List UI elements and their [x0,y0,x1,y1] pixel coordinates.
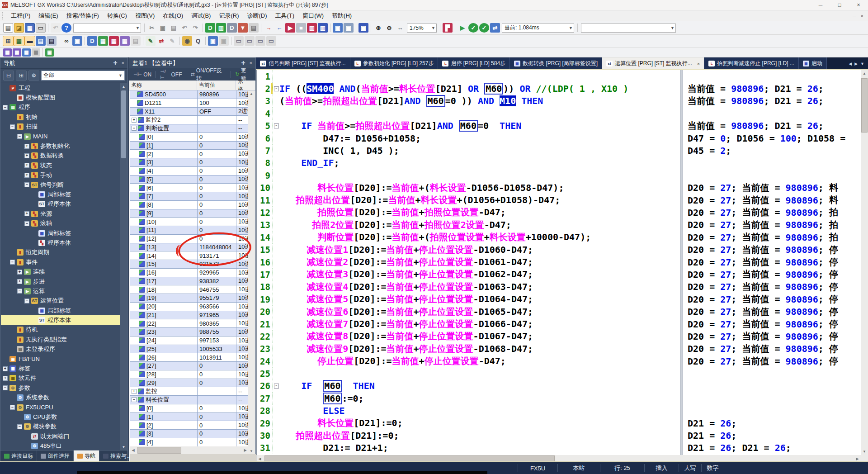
watch-name-cell[interactable]: X11 [130,108,198,116]
tree-item-程序本体[interactable]: ▚程序本体 [1,238,120,247]
infomon-window-icon[interactable]: ▤ [36,36,46,46]
watch-current-value[interactable]: 946755 [198,285,236,294]
watch-current-value[interactable] [198,387,236,396]
find-window-icon[interactable]: ▣ [72,36,82,46]
tree-item-485串口[interactable]: ⚙485串口 [1,441,120,450]
scroll-left-icon[interactable]: ◀ [130,448,137,452]
watch-name-cell[interactable]: [25] [130,345,198,354]
watch-current-value[interactable]: 0 [198,133,236,142]
scroll-thumb[interactable] [861,78,868,133]
watch-current-value[interactable]: 0 [198,379,236,388]
tree-item-程序本体[interactable]: ST程序本体 [1,315,120,325]
zoom-out-icon[interactable]: ⊖ [384,23,394,33]
watch-display-format[interactable]: 10进制 [236,175,249,184]
expand-icon[interactable]: + [17,270,22,275]
undo-disabled-icon[interactable]: ↶ [51,23,61,33]
zoom-combo[interactable]: 175%▼ [407,24,437,33]
watch-row[interactable]: X11OFF2进制 [130,108,249,116]
watch-display-format[interactable]: 10进制 [236,294,249,303]
watch-row[interactable]: D121110010进制 [130,99,249,108]
tree-item-工程[interactable]: P工程 [1,83,120,93]
tab-close-icon[interactable]: × [697,61,700,66]
docwin-4-icon[interactable]: ▭ [266,36,276,46]
scroll-right-icon[interactable]: ▶ [242,448,249,452]
watch-display-format[interactable]: -- [236,396,249,404]
watch-current-value[interactable]: 0 [198,167,236,175]
watch-current-value[interactable]: 955179 [198,294,236,303]
watch-row[interactable]: [4]010进制 [130,438,249,447]
watch-row[interactable]: [14]91317110进制 [130,251,249,260]
menu-item-搜索/替换(F)[interactable]: 搜索/替换(F) [62,10,103,21]
output-window-icon[interactable]: ▤ [47,36,57,46]
device-find-icon[interactable]: Q [193,36,203,46]
watch-name-cell[interactable]: [2] [130,421,198,430]
watch-current-value[interactable]: 0 [198,184,236,192]
tree-item-待机[interactable]: ▮待机 [1,325,120,335]
collapse-icon[interactable]: − [132,126,137,131]
watch-name-cell[interactable]: [3] [130,158,198,167]
watch-row[interactable]: [20]96356610进制 [130,303,249,311]
expand-icon[interactable]: + [3,366,8,371]
watch-row[interactable]: +监控-- [130,387,249,396]
watch-name-cell[interactable]: [8] [130,201,198,209]
doc-disabled-icon[interactable]: ▤ [131,36,141,46]
collapse-icon[interactable]: − [24,221,29,226]
save-icon[interactable]: ▦ [25,23,35,33]
watch-display-format[interactable]: -- [236,116,249,124]
watch-display-format[interactable]: 10进制 [236,133,249,142]
menu-item-编辑(E)[interactable]: 编辑(E) [34,10,62,21]
watch-row[interactable]: [13]118404800410进制 [130,243,249,252]
watch-current-value[interactable]: 0 [198,150,236,158]
collapse-icon[interactable]: − [10,260,15,265]
menu-item-帮助(H)[interactable]: 帮助(H) [328,10,356,21]
tree-item-信号判断[interactable]: −ST信号判断 [1,180,120,190]
tree-item-恒定周期[interactable]: ▮恒定周期 [1,248,120,257]
tree-item-初始[interactable]: ▮初始 [1,112,120,122]
device-comment-icon[interactable]: D [205,23,215,33]
program-edit-icon[interactable]: ✎ [146,36,156,46]
watch-display-format[interactable]: 10进制 [236,184,249,192]
watch-horizontal-scrollbar[interactable]: ◀ ▶ [130,446,249,454]
watch-name-cell[interactable]: [1] [130,142,198,150]
watch-display-format[interactable]: 10进制 [236,167,249,175]
watch-row[interactable]: [1]010进制 [130,413,249,422]
chevron-down-icon[interactable]: ▼ [431,26,435,30]
watch-name-cell[interactable]: [14] [130,251,198,260]
watch-current-value[interactable]: 1013911 [198,353,236,362]
watch-row[interactable]: [28]010进制 [130,370,249,379]
watch-current-value[interactable]: 0 [198,158,236,167]
navigation-window-icon[interactable]: ⊞ [3,36,13,46]
scroll-up-icon[interactable]: ▲ [248,90,255,97]
watch-current-value[interactable]: 0 [198,226,236,235]
menu-item-视图(V)[interactable]: 视图(V) [131,10,159,21]
watch-name-cell[interactable]: [0] [130,404,198,413]
watch-row[interactable]: [27]010进制 [130,362,249,370]
quick-access-combo[interactable]: ▼ [73,24,141,33]
watch-row[interactable]: +监控2-- [130,116,249,124]
tree-item-手动[interactable]: +▚手动 [1,171,120,180]
watch-tool-ON[interactable]: ⊣⊢ON [131,71,154,79]
tab-scroll-icon[interactable]: ▶ [854,62,858,66]
tree-item-模块配置图[interactable]: ▦模块配置图 [1,93,120,102]
tree-item-模块参数[interactable]: −⚙模块参数 [1,422,120,431]
watch-row[interactable]: [25]100553310进制 [130,345,249,354]
watch-row[interactable]: [24]99715310进制 [130,337,249,345]
tree-item-FX5UCPU[interactable]: −⚙FX5UCPU [1,403,120,412]
column-header-显示格式[interactable]: 显示格式 [236,81,248,90]
st-code-editor[interactable]: 12−IF ((SM400 AND(当前值>=料长位置[D21] OR M60)… [256,70,680,455]
watch-target-combo[interactable]: ▼ [581,24,676,33]
watch-name-cell[interactable]: SD4500 [130,90,198,99]
module-view-icon[interactable]: ▬ [25,36,35,46]
menu-item-工程(P)[interactable]: 工程(P) [7,10,34,21]
docwin-2-icon[interactable]: ▭ [245,36,255,46]
watch-name-cell[interactable]: −判断位置 [130,124,198,133]
watch-current-value[interactable]: 0 [198,235,236,243]
watch-current-value[interactable]: 971965 [198,311,236,320]
watch-display-format[interactable]: 10进制 [236,243,249,252]
expand-icon[interactable]: + [24,163,29,168]
watch-row[interactable]: SD450098089610进制 [130,90,249,99]
watch-current-value[interactable] [198,124,236,133]
monitor-start-icon[interactable]: ▶ [285,23,295,33]
document-tab[interactable]: st信号判断 [PRG] [ST] 监视执行... [256,57,350,70]
document-tab[interactable]: st运算位置 [PRG] [ST] 监视执行...× [602,57,704,70]
